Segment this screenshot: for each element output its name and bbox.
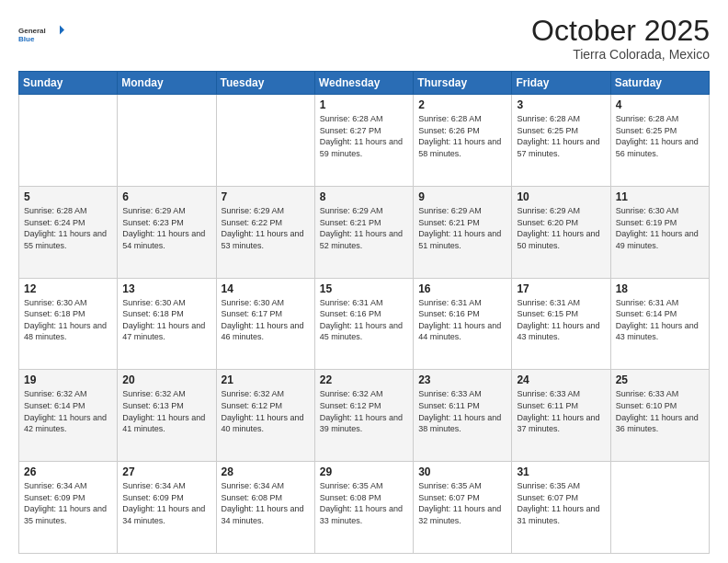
day-info: Sunrise: 6:31 AMSunset: 6:16 PMDaylight:… xyxy=(418,297,506,343)
table-row: 30Sunrise: 6:35 AMSunset: 6:07 PMDayligh… xyxy=(414,462,512,554)
week-row-2: 5Sunrise: 6:28 AMSunset: 6:24 PMDaylight… xyxy=(19,186,710,278)
day-info: Sunrise: 6:35 AMSunset: 6:07 PMDaylight:… xyxy=(517,480,605,526)
table-row: 15Sunrise: 6:31 AMSunset: 6:16 PMDayligh… xyxy=(314,278,413,370)
header: General Blue October 2025 Tierra Colorad… xyxy=(18,15,710,62)
table-row: 19Sunrise: 6:32 AMSunset: 6:14 PMDayligh… xyxy=(19,370,118,462)
day-info: Sunrise: 6:28 AMSunset: 6:25 PMDaylight:… xyxy=(517,113,605,159)
week-row-3: 12Sunrise: 6:30 AMSunset: 6:18 PMDayligh… xyxy=(19,278,710,370)
day-info: Sunrise: 6:28 AMSunset: 6:25 PMDaylight:… xyxy=(616,113,704,159)
table-row: 26Sunrise: 6:34 AMSunset: 6:09 PMDayligh… xyxy=(19,462,118,554)
day-number: 17 xyxy=(517,282,605,295)
day-info: Sunrise: 6:31 AMSunset: 6:16 PMDaylight:… xyxy=(320,297,408,343)
day-number: 8 xyxy=(320,190,408,203)
day-info: Sunrise: 6:35 AMSunset: 6:08 PMDaylight:… xyxy=(320,480,408,526)
table-row: 14Sunrise: 6:30 AMSunset: 6:17 PMDayligh… xyxy=(216,278,314,370)
day-number: 5 xyxy=(24,190,112,203)
table-row xyxy=(216,95,314,187)
day-number: 27 xyxy=(122,465,210,478)
table-row: 22Sunrise: 6:32 AMSunset: 6:12 PMDayligh… xyxy=(314,370,413,462)
day-info: Sunrise: 6:28 AMSunset: 6:26 PMDaylight:… xyxy=(418,113,506,159)
day-number: 21 xyxy=(222,373,310,386)
table-row: 1Sunrise: 6:28 AMSunset: 6:27 PMDaylight… xyxy=(314,95,413,187)
table-row: 17Sunrise: 6:31 AMSunset: 6:15 PMDayligh… xyxy=(512,278,610,370)
day-info: Sunrise: 6:32 AMSunset: 6:12 PMDaylight:… xyxy=(320,388,408,434)
day-info: Sunrise: 6:29 AMSunset: 6:22 PMDaylight:… xyxy=(222,205,310,251)
calendar-header-row: Sunday Monday Tuesday Wednesday Thursday… xyxy=(19,72,710,95)
day-number: 26 xyxy=(24,465,112,478)
calendar-table: Sunday Monday Tuesday Wednesday Thursday… xyxy=(18,71,710,554)
day-info: Sunrise: 6:29 AMSunset: 6:23 PMDaylight:… xyxy=(122,205,210,251)
day-number: 29 xyxy=(320,465,408,478)
table-row: 9Sunrise: 6:29 AMSunset: 6:21 PMDaylight… xyxy=(414,186,512,278)
day-info: Sunrise: 6:30 AMSunset: 6:19 PMDaylight:… xyxy=(616,205,704,251)
svg-text:General: General xyxy=(18,27,46,35)
day-info: Sunrise: 6:29 AMSunset: 6:20 PMDaylight:… xyxy=(517,205,605,251)
table-row: 11Sunrise: 6:30 AMSunset: 6:19 PMDayligh… xyxy=(610,186,709,278)
table-row: 10Sunrise: 6:29 AMSunset: 6:20 PMDayligh… xyxy=(512,186,610,278)
day-info: Sunrise: 6:30 AMSunset: 6:17 PMDaylight:… xyxy=(222,297,310,343)
day-number: 16 xyxy=(418,282,506,295)
col-tuesday: Tuesday xyxy=(216,72,314,95)
month-title: October 2025 xyxy=(531,15,710,47)
day-number: 4 xyxy=(616,98,704,111)
subtitle: Tierra Colorada, Mexico xyxy=(531,47,710,62)
title-block: October 2025 Tierra Colorada, Mexico xyxy=(531,15,710,62)
day-number: 24 xyxy=(517,373,605,386)
week-row-1: 1Sunrise: 6:28 AMSunset: 6:27 PMDaylight… xyxy=(19,95,710,187)
logo: General Blue xyxy=(18,15,64,53)
table-row: 23Sunrise: 6:33 AMSunset: 6:11 PMDayligh… xyxy=(414,370,512,462)
table-row xyxy=(118,95,216,187)
day-info: Sunrise: 6:31 AMSunset: 6:15 PMDaylight:… xyxy=(517,297,605,343)
svg-text:Blue: Blue xyxy=(18,35,35,43)
day-info: Sunrise: 6:35 AMSunset: 6:07 PMDaylight:… xyxy=(418,480,506,526)
day-number: 14 xyxy=(222,282,310,295)
table-row: 25Sunrise: 6:33 AMSunset: 6:10 PMDayligh… xyxy=(610,370,709,462)
table-row: 18Sunrise: 6:31 AMSunset: 6:14 PMDayligh… xyxy=(610,278,709,370)
table-row: 29Sunrise: 6:35 AMSunset: 6:08 PMDayligh… xyxy=(314,462,413,554)
day-info: Sunrise: 6:32 AMSunset: 6:12 PMDaylight:… xyxy=(222,388,310,434)
col-sunday: Sunday xyxy=(19,72,118,95)
day-number: 18 xyxy=(616,282,704,295)
day-info: Sunrise: 6:31 AMSunset: 6:14 PMDaylight:… xyxy=(616,297,704,343)
day-number: 6 xyxy=(122,190,210,203)
table-row: 8Sunrise: 6:29 AMSunset: 6:21 PMDaylight… xyxy=(314,186,413,278)
table-row: 5Sunrise: 6:28 AMSunset: 6:24 PMDaylight… xyxy=(19,186,118,278)
day-number: 13 xyxy=(122,282,210,295)
day-number: 23 xyxy=(418,373,506,386)
table-row: 12Sunrise: 6:30 AMSunset: 6:18 PMDayligh… xyxy=(19,278,118,370)
day-info: Sunrise: 6:33 AMSunset: 6:10 PMDaylight:… xyxy=(616,388,704,434)
table-row: 24Sunrise: 6:33 AMSunset: 6:11 PMDayligh… xyxy=(512,370,610,462)
day-number: 15 xyxy=(320,282,408,295)
logo-icon: General Blue xyxy=(18,15,64,53)
table-row: 4Sunrise: 6:28 AMSunset: 6:25 PMDaylight… xyxy=(610,95,709,187)
day-number: 30 xyxy=(418,465,506,478)
day-number: 1 xyxy=(320,98,408,111)
table-row: 21Sunrise: 6:32 AMSunset: 6:12 PMDayligh… xyxy=(216,370,314,462)
day-number: 10 xyxy=(517,190,605,203)
week-row-5: 26Sunrise: 6:34 AMSunset: 6:09 PMDayligh… xyxy=(19,462,710,554)
table-row: 2Sunrise: 6:28 AMSunset: 6:26 PMDaylight… xyxy=(414,95,512,187)
day-info: Sunrise: 6:29 AMSunset: 6:21 PMDaylight:… xyxy=(418,205,506,251)
day-number: 19 xyxy=(24,373,112,386)
page-container: General Blue October 2025 Tierra Colorad… xyxy=(0,0,728,563)
day-info: Sunrise: 6:28 AMSunset: 6:24 PMDaylight:… xyxy=(24,205,112,251)
day-info: Sunrise: 6:34 AMSunset: 6:09 PMDaylight:… xyxy=(24,480,112,526)
table-row: 13Sunrise: 6:30 AMSunset: 6:18 PMDayligh… xyxy=(118,278,216,370)
table-row xyxy=(610,462,709,554)
table-row: 31Sunrise: 6:35 AMSunset: 6:07 PMDayligh… xyxy=(512,462,610,554)
col-wednesday: Wednesday xyxy=(314,72,413,95)
day-info: Sunrise: 6:28 AMSunset: 6:27 PMDaylight:… xyxy=(320,113,408,159)
table-row: 28Sunrise: 6:34 AMSunset: 6:08 PMDayligh… xyxy=(216,462,314,554)
col-thursday: Thursday xyxy=(414,72,512,95)
day-number: 2 xyxy=(418,98,506,111)
day-number: 7 xyxy=(222,190,310,203)
col-monday: Monday xyxy=(118,72,216,95)
day-number: 9 xyxy=(418,190,506,203)
day-number: 11 xyxy=(616,190,704,203)
table-row: 20Sunrise: 6:32 AMSunset: 6:13 PMDayligh… xyxy=(118,370,216,462)
day-number: 12 xyxy=(24,282,112,295)
day-number: 25 xyxy=(616,373,704,386)
table-row: 6Sunrise: 6:29 AMSunset: 6:23 PMDaylight… xyxy=(118,186,216,278)
day-number: 28 xyxy=(222,465,310,478)
day-info: Sunrise: 6:34 AMSunset: 6:08 PMDaylight:… xyxy=(222,480,310,526)
